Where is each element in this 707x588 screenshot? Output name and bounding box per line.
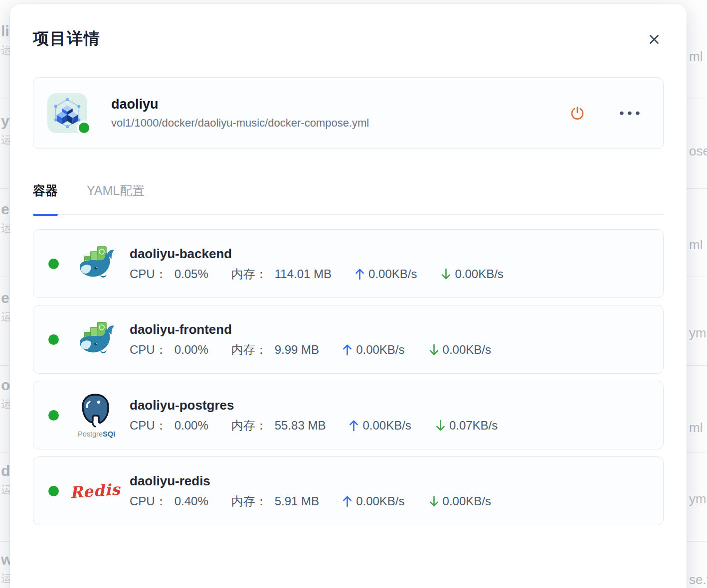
- cpu-label: CPU：: [130, 495, 167, 508]
- container-name: daoliyu-postgres: [130, 398, 651, 413]
- container-info: daoliyu-redis CPU： 0.40% 内存： 5.91 MB 0.0…: [130, 474, 651, 508]
- container-name: daoliyu-redis: [130, 474, 651, 488]
- project-card: daoliyu vol1/1000/docker/daoliyu-music/d…: [33, 77, 664, 149]
- upload-arrow-icon: [349, 419, 359, 432]
- container-stats: CPU： 0.00% 内存： 55.83 MB 0.00KB/s: [130, 419, 651, 432]
- download-stat: 0.00KB/s: [429, 343, 491, 356]
- svg-text:PostgreSQL: PostgreSQL: [78, 430, 115, 438]
- modal-title: 项目详情: [33, 29, 101, 48]
- container-info: daoliyu-frontend CPU： 0.00% 内存： 9.99 MB …: [130, 322, 651, 356]
- memory-value: 114.01 MB: [275, 268, 332, 281]
- container-image-icon: PostgreSQL: [75, 391, 116, 439]
- project-info: daoliyu vol1/1000/docker/daoliyu-music/d…: [111, 97, 566, 129]
- download-stat: 0.00KB/s: [441, 268, 503, 281]
- upload-value: 0.00KB/s: [368, 268, 417, 281]
- memory-stat: 内存： 5.91 MB: [231, 495, 319, 508]
- memory-value: 55.83 MB: [275, 419, 326, 432]
- upload-stat: 0.00KB/s: [342, 495, 404, 508]
- project-name: daoliyu: [111, 97, 566, 112]
- upload-arrow-icon: [342, 343, 353, 356]
- container-info: daoliyu-backend CPU： 0.05% 内存： 114.01 MB…: [130, 247, 651, 281]
- cpu-label: CPU：: [130, 343, 167, 356]
- container-name: daoliyu-backend: [130, 247, 651, 261]
- download-arrow-icon: [441, 268, 451, 281]
- cpu-value: 0.05%: [175, 268, 208, 281]
- container-card[interactable]: XII daoliyu-backend CPU： 0.05% 内存：: [33, 229, 664, 298]
- container-card[interactable]: XII daoliyu-frontend CPU： 0.00% 内存：: [33, 305, 664, 374]
- power-icon: [569, 105, 585, 121]
- project-status-dot: [77, 121, 91, 135]
- upload-stat: 0.00KB/s: [354, 268, 417, 281]
- background-path-fragment: ym: [689, 326, 707, 339]
- container-image-icon: XII: [75, 240, 116, 288]
- download-stat: 0.07KB/s: [435, 419, 498, 432]
- cpu-stat: CPU： 0.05%: [130, 268, 208, 281]
- download-value: 0.07KB/s: [449, 419, 498, 432]
- container-status-dot: [48, 334, 59, 345]
- container-card[interactable]: Redis daoliyu-redis CPU： 0.40% 内存： 5.91 …: [33, 456, 664, 525]
- download-arrow-icon: [435, 419, 446, 432]
- docker-whale-icon: XII: [75, 244, 115, 284]
- container-list: XII daoliyu-backend CPU： 0.05% 内存：: [33, 229, 664, 525]
- memory-stat: 内存： 9.99 MB: [231, 343, 319, 356]
- memory-label: 内存：: [231, 495, 267, 508]
- download-value: 0.00KB/s: [455, 268, 503, 281]
- tab-bar: 容器 YAML配置: [33, 183, 664, 215]
- container-status-dot: [48, 410, 59, 421]
- container-name: daoliyu-frontend: [130, 322, 651, 337]
- container-image-icon: XII: [75, 315, 116, 363]
- redis-logo: Redis: [69, 480, 121, 502]
- download-arrow-icon: [429, 495, 439, 508]
- memory-stat: 内存： 114.01 MB: [231, 268, 332, 281]
- background-path-fragment: yml: [689, 492, 707, 505]
- download-value: 0.00KB/s: [443, 343, 491, 356]
- memory-value: 5.91 MB: [275, 495, 319, 508]
- background-path-fragment: ml: [689, 50, 703, 63]
- ellipsis-icon: [619, 111, 640, 116]
- project-details-modal: 项目详情: [10, 4, 687, 588]
- close-button[interactable]: [645, 30, 664, 49]
- project-actions: [566, 102, 643, 124]
- tab-containers[interactable]: 容器: [33, 183, 58, 214]
- upload-value: 0.00KB/s: [356, 495, 404, 508]
- memory-label: 内存：: [231, 343, 267, 356]
- upload-arrow-icon: [342, 495, 353, 508]
- container-status-dot: [48, 486, 59, 496]
- cpu-label: CPU：: [130, 268, 167, 281]
- container-stats: CPU： 0.40% 内存： 5.91 MB 0.00KB/s: [130, 495, 651, 508]
- project-compose-path: vol1/1000/docker/daoliyu-music/docker-co…: [111, 117, 566, 129]
- container-image-icon: Redis: [75, 467, 116, 515]
- background-path-fragment: se.y: [689, 573, 707, 586]
- upload-arrow-icon: [354, 268, 365, 281]
- project-icon: [47, 93, 87, 133]
- docker-whale-icon: XII: [75, 319, 115, 359]
- tab-yaml[interactable]: YAML配置: [87, 183, 145, 214]
- power-button[interactable]: [566, 102, 588, 124]
- tab-label: 容器: [33, 183, 58, 197]
- upload-value: 0.00KB/s: [356, 343, 404, 356]
- modal-header: 项目详情: [33, 4, 664, 49]
- container-stats: CPU： 0.00% 内存： 9.99 MB 0.00KB/s: [130, 343, 651, 356]
- cpu-stat: CPU： 0.00%: [130, 419, 208, 432]
- container-status-dot: [48, 259, 59, 269]
- close-icon: [647, 32, 662, 47]
- memory-label: 内存：: [231, 419, 267, 432]
- upload-stat: 0.00KB/s: [349, 419, 411, 432]
- download-arrow-icon: [429, 343, 439, 356]
- download-value: 0.00KB/s: [443, 495, 491, 508]
- cpu-value: 0.00%: [175, 343, 208, 356]
- upload-value: 0.00KB/s: [362, 419, 411, 432]
- background-path-fragment: ml: [689, 238, 703, 251]
- background-path-fragment: ose: [689, 145, 707, 157]
- upload-stat: 0.00KB/s: [342, 343, 404, 356]
- postgresql-icon: PostgreSQL: [75, 392, 115, 439]
- cpu-value: 0.00%: [175, 419, 208, 432]
- cpu-stat: CPU： 0.00%: [130, 343, 208, 356]
- container-card[interactable]: PostgreSQL daoliyu-postgres CPU： 0.00% 内…: [33, 381, 664, 449]
- container-info: daoliyu-postgres CPU： 0.00% 内存： 55.83 MB…: [130, 398, 651, 432]
- memory-stat: 内存： 55.83 MB: [231, 419, 326, 432]
- memory-label: 内存：: [231, 268, 267, 281]
- download-stat: 0.00KB/s: [429, 495, 491, 508]
- memory-value: 9.99 MB: [275, 343, 319, 356]
- more-options-button[interactable]: [616, 108, 643, 119]
